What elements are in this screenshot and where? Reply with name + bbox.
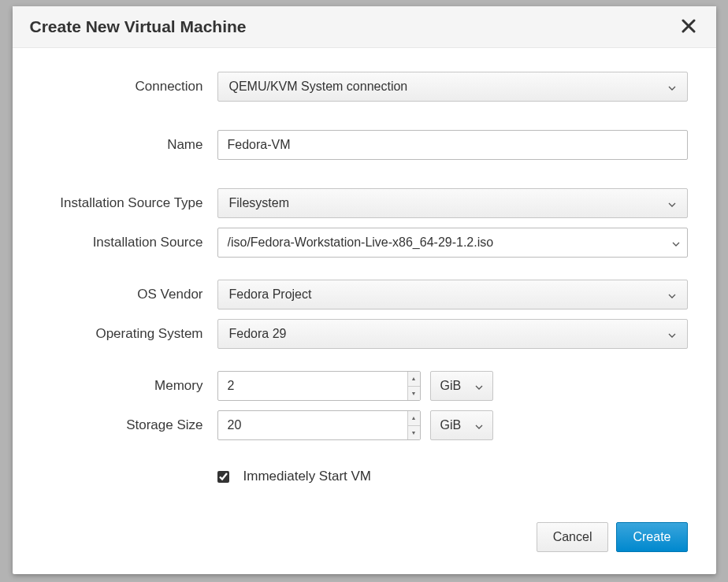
label-memory: Memory (41, 378, 217, 394)
chevron-down-icon (475, 379, 483, 393)
install-source-type-value: Filesystem (229, 196, 289, 210)
modal-header: Create New Virtual Machine (13, 6, 716, 48)
spinner-down-icon[interactable]: ▼ (408, 426, 420, 440)
chevron-down-icon (475, 418, 483, 432)
install-source-type-select[interactable]: Filesystem (217, 188, 688, 218)
label-os-vendor: OS Vendor (41, 287, 217, 302)
row-install-source-type: Installation Source Type Filesystem (41, 188, 688, 218)
modal-title: Create New Virtual Machine (30, 17, 247, 36)
label-connection: Connection (41, 79, 217, 95)
chevron-down-icon (668, 327, 676, 341)
label-immediately-start: Immediately Start VM (243, 469, 372, 484)
os-vendor-select[interactable]: Fedora Project (217, 280, 688, 310)
operating-system-value: Fedora 29 (229, 327, 287, 341)
row-operating-system: Operating System Fedora 29 (41, 319, 688, 349)
label-install-source-type: Installation Source Type (41, 195, 217, 211)
row-storage-size: Storage Size ▲ ▼ GiB (41, 410, 688, 440)
row-immediately-start: Immediately Start VM (217, 469, 688, 484)
spinner-up-icon[interactable]: ▲ (408, 372, 420, 387)
memory-input[interactable] (218, 372, 407, 400)
create-button[interactable]: Create (616, 522, 687, 552)
row-memory: Memory ▲ ▼ GiB (41, 371, 688, 401)
memory-unit-select[interactable]: GiB (430, 371, 493, 401)
row-connection: Connection QEMU/KVM System connection (41, 72, 688, 102)
storage-input[interactable] (218, 411, 407, 439)
name-input[interactable] (217, 130, 688, 160)
chevron-down-icon (668, 287, 676, 302)
row-install-source: Installation Source (41, 228, 688, 258)
install-source-input[interactable] (217, 228, 688, 258)
storage-unit-select[interactable]: GiB (430, 410, 493, 440)
storage-unit-value: GiB (440, 418, 462, 432)
spinner-up-icon[interactable]: ▲ (408, 411, 420, 426)
operating-system-select[interactable]: Fedora 29 (217, 319, 688, 349)
modal-body: Connection QEMU/KVM System connection Na… (13, 48, 716, 508)
immediately-start-checkbox[interactable] (217, 471, 229, 483)
chevron-down-icon (668, 196, 676, 210)
row-name: Name (41, 130, 688, 160)
cancel-button[interactable]: Cancel (537, 522, 609, 552)
label-name: Name (41, 137, 217, 153)
chevron-down-icon (668, 80, 676, 94)
close-icon[interactable] (678, 17, 699, 36)
label-install-source: Installation Source (41, 235, 217, 250)
create-vm-modal: Create New Virtual Machine Connection QE… (13, 6, 716, 574)
memory-spinner-buttons: ▲ ▼ (407, 372, 420, 400)
storage-spinner-buttons: ▲ ▼ (407, 411, 420, 439)
label-operating-system: Operating System (41, 326, 217, 342)
label-storage-size: Storage Size (41, 417, 217, 433)
storage-spinner[interactable]: ▲ ▼ (217, 410, 421, 440)
connection-select[interactable]: QEMU/KVM System connection (217, 72, 688, 102)
memory-spinner[interactable]: ▲ ▼ (217, 371, 421, 401)
connection-value: QEMU/KVM System connection (229, 80, 408, 94)
spinner-down-icon[interactable]: ▼ (408, 387, 420, 401)
memory-unit-value: GiB (440, 379, 462, 393)
row-os-vendor: OS Vendor Fedora Project (41, 280, 688, 310)
install-source-combo[interactable] (217, 228, 688, 258)
modal-footer: Cancel Create (13, 508, 716, 574)
os-vendor-value: Fedora Project (229, 287, 312, 302)
